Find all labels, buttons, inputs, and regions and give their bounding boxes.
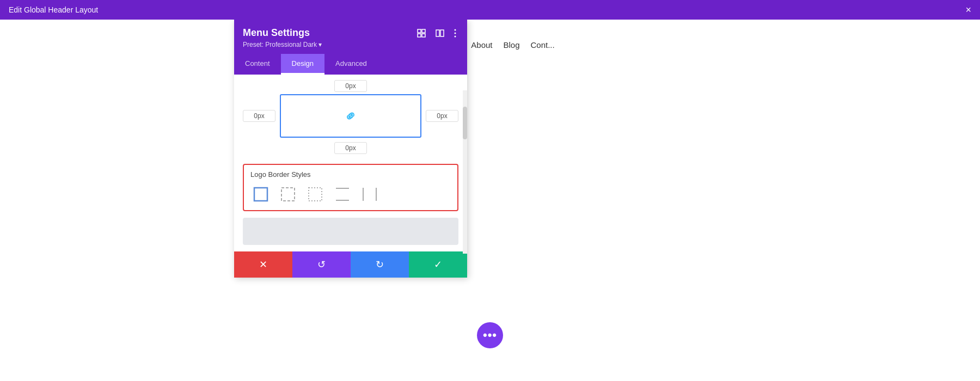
- svg-rect-1: [422, 29, 425, 33]
- nav-links: About Blog Cont...: [471, 40, 554, 50]
- border-style-double-button[interactable]: [332, 184, 353, 205]
- svg-rect-2: [418, 34, 421, 37]
- scroll-track[interactable]: [463, 90, 467, 254]
- panel-actions: ✕ ↺ ↻ ✓: [234, 251, 467, 278]
- fab-button[interactable]: •••: [477, 322, 503, 348]
- more-icon: [454, 29, 456, 38]
- padding-bottom-input[interactable]: [334, 142, 367, 154]
- redo-button[interactable]: ↻: [351, 251, 409, 278]
- padding-right-input[interactable]: [426, 110, 458, 122]
- border-solid-icon: [253, 187, 268, 202]
- save-button[interactable]: ✓: [409, 251, 467, 278]
- panel-header: Menu Settings: [234, 20, 467, 54]
- svg-rect-9: [254, 188, 267, 201]
- svg-rect-4: [436, 30, 439, 36]
- more-options-button[interactable]: [452, 28, 458, 39]
- nav-link-blog[interactable]: Blog: [503, 40, 519, 50]
- border-dotted-icon: [308, 187, 323, 202]
- cancel-button[interactable]: ✕: [234, 251, 292, 278]
- grid-icon: [417, 29, 426, 38]
- border-style-dotted-button[interactable]: [305, 184, 326, 205]
- border-dashed-icon: [280, 187, 296, 202]
- panel-preset[interactable]: Preset: Professional Dark ▾: [243, 41, 458, 48]
- svg-point-6: [455, 29, 456, 30]
- border-style-none-button[interactable]: [359, 184, 380, 205]
- border-styles-options: [250, 184, 451, 205]
- border-styles-label: Logo Border Styles: [250, 170, 451, 179]
- svg-rect-5: [440, 30, 444, 36]
- columns-icon: [436, 29, 444, 38]
- tab-content[interactable]: Content: [234, 54, 281, 75]
- border-styles-section: Logo Border Styles: [243, 164, 458, 211]
- padding-area: [234, 75, 467, 159]
- reset-button[interactable]: ↺: [292, 251, 351, 278]
- svg-rect-0: [418, 29, 421, 33]
- header-preview: D About Blog Cont... •••: [0, 20, 980, 381]
- svg-point-8: [455, 35, 456, 37]
- nav-link-contact[interactable]: Cont...: [531, 40, 555, 50]
- panel-header-icons: [415, 28, 458, 39]
- nav-link-about[interactable]: About: [471, 40, 492, 50]
- svg-rect-3: [422, 34, 425, 37]
- close-button[interactable]: ×: [965, 5, 971, 15]
- svg-point-7: [455, 32, 456, 34]
- columns-icon-button[interactable]: [433, 28, 446, 39]
- padding-left-input[interactable]: [243, 110, 275, 122]
- border-double-icon: [335, 187, 350, 202]
- panel-body: Logo Border Styles: [234, 75, 467, 251]
- gray-preview-bar: [243, 218, 458, 245]
- border-style-solid-button[interactable]: [250, 184, 271, 205]
- svg-rect-10: [281, 188, 295, 201]
- svg-rect-11: [309, 188, 322, 201]
- settings-panel: Menu Settings: [234, 20, 467, 278]
- padding-image-preview: [280, 94, 421, 138]
- panel-title: Menu Settings: [243, 27, 310, 39]
- scroll-thumb[interactable]: [463, 107, 467, 139]
- title-bar: Edit Global Header Layout ×: [0, 0, 980, 20]
- padding-top-input[interactable]: [334, 80, 367, 92]
- title-bar-title: Edit Global Header Layout: [9, 5, 98, 14]
- panel-tabs: Content Design Advanced: [234, 54, 467, 75]
- link-icon: [343, 108, 358, 124]
- grid-icon-button[interactable]: [415, 28, 428, 39]
- tab-design[interactable]: Design: [281, 54, 324, 75]
- border-none-icon: [362, 187, 377, 202]
- border-style-dashed-button[interactable]: [278, 184, 298, 205]
- tab-advanced[interactable]: Advanced: [324, 54, 378, 75]
